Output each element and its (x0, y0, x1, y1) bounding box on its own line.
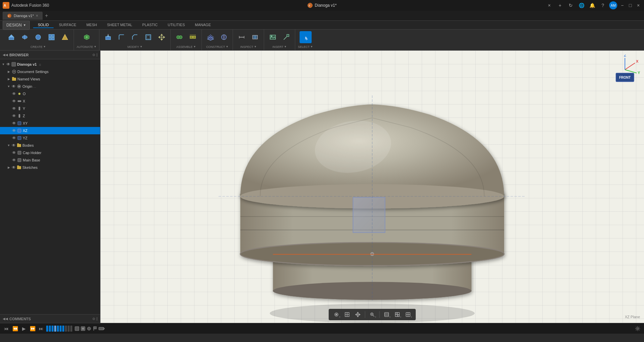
tree-item-point-o[interactable]: 👁 O (0, 90, 100, 97)
design-dropdown[interactable]: DESIGN ▼ (3, 20, 30, 30)
select-dropdown-icon[interactable]: ▼ (310, 45, 313, 48)
automate-dropdown-icon[interactable]: ▼ (94, 45, 96, 48)
inspect-dropdown-icon[interactable]: ▼ (254, 45, 257, 48)
automate-btn[interactable] (81, 31, 93, 43)
maximize-btn[interactable]: □ (627, 2, 633, 8)
chamfer-btn[interactable] (129, 31, 141, 43)
tab-plastic[interactable]: PLASTIC (138, 22, 162, 28)
close-btn[interactable]: × (635, 2, 641, 8)
tl-marker-3[interactable] (52, 326, 54, 332)
comments-resize-icon[interactable]: | (96, 317, 97, 321)
tl-marker-1[interactable] (46, 326, 48, 332)
visibility-xy-icon[interactable]: 👁 (12, 121, 16, 126)
visibility-yz-icon[interactable]: 👁 (12, 136, 16, 140)
comments-collapse-icon[interactable]: ◀◀ (3, 317, 8, 321)
tl-marker-9[interactable] (68, 326, 70, 332)
timeline-next-btn[interactable]: ⏩ (29, 325, 36, 332)
tl-marker-4[interactable] (54, 326, 56, 332)
tab-solid[interactable]: SOLID (33, 22, 54, 28)
create-dropdown-icon[interactable]: ▼ (43, 45, 46, 48)
tab-manage[interactable]: MANAGE (190, 22, 216, 28)
expand-named-views-icon[interactable]: ▶ (7, 77, 11, 81)
tree-item-axis-z[interactable]: 👁 Z (0, 112, 100, 120)
settings-icon-btn[interactable] (634, 325, 641, 332)
account-btn[interactable]: AM (609, 1, 617, 9)
tree-item-origin[interactable]: ▼ 👁 Origin ... (0, 83, 100, 90)
visibility-y-icon[interactable]: 👁 (12, 106, 16, 111)
construct2-btn[interactable] (218, 31, 230, 43)
tree-item-plane-yz[interactable]: 👁 YZ (0, 134, 100, 142)
align-btn[interactable] (187, 31, 199, 43)
forms-btn[interactable] (59, 31, 71, 43)
tree-item-doc-settings[interactable]: ▶ Document Settings (0, 68, 100, 75)
refresh-btn[interactable]: ↻ (566, 1, 575, 10)
tl-marker-7[interactable] (62, 326, 64, 332)
tree-item-named-views[interactable]: ▶ Named Views (0, 75, 100, 83)
visibility-x-icon[interactable]: 👁 (12, 99, 16, 104)
visibility-bodies-icon[interactable]: 👁 (12, 143, 16, 148)
visibility-z-icon[interactable]: 👁 (12, 114, 16, 118)
expand-origin-icon[interactable]: ▼ (7, 84, 11, 88)
tab-close-btn[interactable]: × (545, 1, 554, 10)
snap-btn[interactable]: ▾ (332, 310, 341, 319)
zoom-btn[interactable]: ▾ (368, 310, 377, 319)
tl-marker-6[interactable] (60, 326, 62, 332)
tree-item-axis-y[interactable]: 👁 Y (0, 105, 100, 112)
tab-close-icon[interactable]: × (36, 13, 38, 18)
timeline-end-btn[interactable]: ⏭ (37, 325, 45, 332)
tree-item-plane-xz[interactable]: 👁 XZ (0, 127, 100, 134)
collapse-root-icon[interactable]: ▼ (1, 62, 5, 66)
timeline-play-btn[interactable]: ▶ (20, 325, 27, 332)
pattern-btn[interactable] (46, 31, 58, 43)
home-icon[interactable]: ⌂ (39, 63, 41, 66)
new-tab-btn[interactable]: + (556, 1, 564, 10)
display-settings-btn[interactable]: ▾ (382, 310, 391, 319)
fillet-btn[interactable] (115, 31, 128, 43)
orbit-btn[interactable] (343, 310, 351, 319)
expand-bodies-icon[interactable]: ▼ (7, 143, 11, 147)
construct-dropdown-icon[interactable]: ▼ (226, 45, 228, 48)
browser-collapse-icon[interactable]: ◀◀ (3, 53, 8, 57)
browser-settings-icon[interactable]: ⊙ (92, 53, 95, 57)
tab-sheet-metal[interactable]: SHEET METAL (102, 22, 137, 28)
section-btn[interactable] (249, 31, 261, 43)
measure-btn[interactable] (236, 31, 248, 43)
visibility-root-icon[interactable]: 👁 (6, 62, 10, 67)
assemble-dropdown-icon[interactable]: ▼ (193, 45, 196, 48)
joint-btn[interactable] (173, 31, 185, 43)
help-btn[interactable]: ? (598, 1, 607, 10)
visibility-cap-icon[interactable]: 👁 (12, 150, 16, 155)
timeline-start-btn[interactable]: ⏮ (3, 325, 10, 332)
timeline-area[interactable] (46, 326, 633, 332)
visibility-xz-icon[interactable]: 👁 (12, 128, 16, 133)
visual-style-btn[interactable]: ▾ (393, 310, 402, 319)
tree-item-cap-holder[interactable]: 👁 Cap Holder (0, 149, 100, 156)
tree-item-sketches[interactable]: ▶ 👁 Sketches (0, 164, 100, 171)
tree-item-root[interactable]: ▼ 👁 Dianoga v1 ⌂ (0, 61, 100, 68)
web-btn[interactable]: 🌐 (577, 1, 586, 10)
grid-view-btn[interactable]: ▾ (404, 310, 412, 319)
comments-settings-icon[interactable]: ⊙ (92, 317, 95, 321)
visibility-sketches-icon[interactable]: 👁 (12, 165, 16, 170)
visibility-main-icon[interactable]: 👁 (12, 158, 16, 162)
view-cube[interactable]: X Y Z FRONT (610, 55, 640, 85)
timeline-prev-btn[interactable]: ⏪ (11, 325, 19, 332)
revolve-btn[interactable] (19, 31, 31, 43)
tab-mesh[interactable]: MESH (82, 22, 102, 28)
insert-dropdown-icon[interactable]: ▼ (284, 45, 287, 48)
expand-doc-icon[interactable]: ▶ (7, 70, 11, 74)
expand-sketches-icon[interactable]: ▶ (7, 165, 11, 169)
visibility-o-icon[interactable]: 👁 (12, 91, 16, 96)
tree-item-plane-xy[interactable]: 👁 XY (0, 120, 100, 127)
select-btn[interactable] (300, 31, 312, 43)
shell-btn[interactable] (142, 31, 154, 43)
pan-btn[interactable] (353, 310, 362, 319)
notification-btn[interactable]: 🔔 (588, 1, 596, 10)
press-pull-btn[interactable] (102, 31, 114, 43)
minimize-btn[interactable]: − (619, 2, 625, 8)
visibility-origin-icon[interactable]: 👁 (12, 84, 16, 89)
tl-marker-10[interactable] (70, 326, 72, 332)
move-btn[interactable] (156, 31, 168, 43)
sphere-btn[interactable] (32, 31, 44, 43)
tree-item-axis-x[interactable]: 👁 X (0, 97, 100, 105)
